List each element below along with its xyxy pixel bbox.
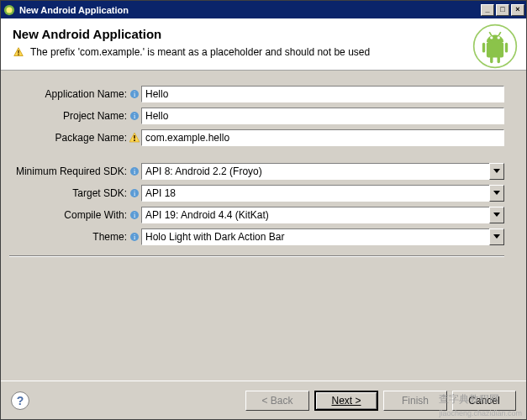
svg-rect-10	[482, 43, 485, 53]
compile-with-value: API 19: Android 4.4 (KitKat)	[141, 207, 489, 223]
svg-rect-13	[498, 56, 500, 63]
svg-rect-11	[505, 43, 508, 53]
separator	[9, 255, 504, 257]
banner-warning-text: The prefix 'com.example.' is meant as a …	[30, 46, 370, 58]
target-sdk-value: API 18	[141, 185, 489, 202]
close-button[interactable]: ×	[511, 4, 524, 16]
next-button[interactable]: Next >	[314, 391, 378, 411]
next-button-label: Next >	[331, 395, 361, 407]
svg-rect-19	[134, 139, 135, 141]
app-name-input[interactable]	[141, 86, 504, 102]
theme-select[interactable]: Holo Light with Dark Action Bar	[141, 228, 504, 245]
project-name-input[interactable]	[141, 108, 504, 124]
target-sdk-label: Target SDK:	[9, 187, 129, 199]
maximize-button[interactable]: □	[496, 4, 509, 16]
back-button[interactable]: < Back	[245, 391, 309, 411]
svg-rect-2	[18, 50, 19, 54]
title-bar[interactable]: New Android Application _ □ ×	[0, 0, 527, 18]
window-title: New Android Application	[19, 5, 129, 15]
chevron-down-icon[interactable]	[489, 207, 504, 223]
svg-rect-18	[134, 135, 135, 139]
svg-rect-5	[487, 42, 503, 58]
help-button[interactable]: ?	[11, 391, 29, 410]
info-icon[interactable]: i	[129, 210, 140, 220]
info-icon[interactable]: i	[129, 111, 140, 121]
svg-line-9	[498, 32, 501, 35]
svg-point-7	[498, 36, 500, 39]
wizard-icon	[3, 3, 16, 17]
theme-label: Theme:	[9, 231, 129, 243]
info-icon[interactable]: i	[129, 89, 140, 99]
compile-with-select[interactable]: API 19: Android 4.4 (KitKat)	[141, 207, 504, 223]
info-icon[interactable]: i	[129, 166, 140, 176]
minimize-button[interactable]: _	[481, 4, 494, 16]
package-name-label: Package Name:	[9, 132, 129, 144]
svg-line-8	[489, 32, 492, 35]
svg-point-1	[7, 7, 13, 13]
chevron-down-icon[interactable]	[489, 228, 504, 245]
target-sdk-select[interactable]: API 18	[141, 185, 504, 202]
form-area: Application Name: i Project Name: i Pack…	[1, 71, 526, 265]
banner-heading: New Android Application	[13, 27, 514, 41]
info-icon[interactable]: i	[129, 188, 140, 198]
warning-icon	[13, 47, 24, 57]
compile-with-label: Compile With:	[9, 209, 129, 221]
project-name-label: Project Name:	[9, 110, 129, 122]
wizard-banner: New Android Application The prefix 'com.…	[1, 18, 526, 71]
svg-rect-3	[18, 54, 19, 55]
android-logo-icon	[472, 24, 518, 69]
info-icon[interactable]: i	[129, 232, 140, 242]
finish-button[interactable]: Finish	[383, 391, 447, 411]
chevron-down-icon[interactable]	[489, 185, 504, 202]
svg-rect-12	[490, 56, 493, 63]
warning-icon[interactable]	[129, 133, 140, 143]
cancel-button[interactable]: Cancel	[452, 391, 516, 411]
min-sdk-value: API 8: Android 2.2 (Froyo)	[141, 163, 489, 180]
theme-value: Holo Light with Dark Action Bar	[141, 228, 489, 245]
svg-point-6	[490, 36, 493, 39]
app-name-label: Application Name:	[9, 88, 129, 100]
min-sdk-select[interactable]: API 8: Android 2.2 (Froyo)	[141, 163, 504, 180]
package-name-input[interactable]	[141, 129, 504, 146]
min-sdk-label: Minimum Required SDK:	[9, 165, 129, 177]
button-bar: ? < Back Next > Finish Cancel	[1, 381, 526, 419]
chevron-down-icon[interactable]	[489, 163, 504, 180]
